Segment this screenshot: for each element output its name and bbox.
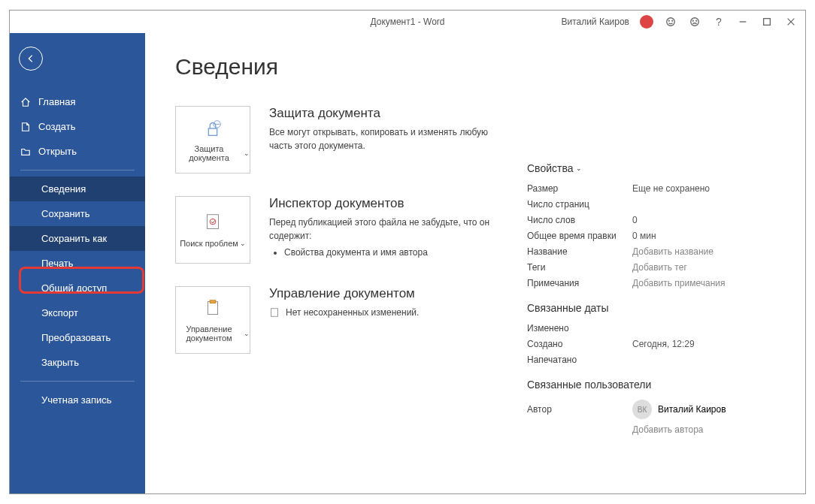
author-row[interactable]: ВК Виталий Каиров <box>632 400 726 419</box>
titlebar: Документ1 - Word Виталий Каиров ? <box>10 11 805 33</box>
svg-point-4 <box>692 20 693 21</box>
svg-point-1 <box>668 20 669 21</box>
nav-new-label: Создать <box>38 121 75 132</box>
prop-modified-label: Изменено <box>527 323 632 333</box>
manage-item-text: Нет несохраненных изменений. <box>286 307 419 318</box>
chevron-down-icon: ⌄ <box>240 240 246 247</box>
nav-new[interactable]: Создать <box>10 114 145 139</box>
nav-print[interactable]: Печать <box>10 251 145 276</box>
backstage-sidebar: Главная Создать Открыть Сведения Сохрани… <box>10 33 145 493</box>
svg-point-3 <box>691 18 699 26</box>
manage-button-label: Управление документом <box>176 324 242 343</box>
maximize-icon[interactable] <box>760 15 774 29</box>
svg-rect-10 <box>208 128 217 135</box>
prop-pages-label: Число страниц <box>527 199 632 210</box>
user-name: Виталий Каиров <box>561 17 629 27</box>
people-heading: Связанные пользователи <box>527 379 768 391</box>
nav-home[interactable]: Главная <box>10 89 145 114</box>
inspect-desc: Перед публикацией этого файла не забудьт… <box>269 216 502 243</box>
svg-point-0 <box>667 18 675 26</box>
chevron-down-icon: ⌄ <box>244 149 250 157</box>
add-author-link[interactable]: Добавить автора <box>632 424 704 435</box>
properties-panel: Свойства ⌄ РазмерЕще не сохранено Число … <box>527 162 768 440</box>
nav-separator <box>20 170 135 171</box>
protect-heading: Защита документа <box>269 106 775 121</box>
prop-author-label: Автор <box>527 404 632 415</box>
nav-account-label: Учетная запись <box>41 394 112 406</box>
check-issues-button[interactable]: Поиск проблем ⌄ <box>175 196 250 264</box>
svg-rect-15 <box>208 302 217 315</box>
help-icon[interactable]: ? <box>712 15 726 29</box>
prop-size-label: Размер <box>527 183 632 194</box>
nav-close-label: Закрыть <box>41 357 79 368</box>
nav-info[interactable]: Сведения <box>10 177 145 201</box>
prop-edit-time-label: Общее время правки <box>527 231 632 241</box>
prop-title-value[interactable]: Добавить название <box>632 246 714 257</box>
protect-desc: Все могут открывать, копировать и изменя… <box>269 125 502 152</box>
nav-transform[interactable]: Преобразовать <box>10 325 145 350</box>
prop-comments-label: Примечания <box>527 278 632 288</box>
nav-save-as[interactable]: Сохранить как <box>10 226 145 251</box>
app-window: Документ1 - Word Виталий Каиров ? Главна… <box>9 10 806 494</box>
nav-account[interactable]: Учетная запись <box>10 388 145 412</box>
nav-share[interactable]: Общий доступ <box>10 276 145 300</box>
svg-rect-17 <box>271 309 278 317</box>
back-button[interactable] <box>19 47 43 71</box>
nav-save[interactable]: Сохранить <box>10 201 145 226</box>
feedback-happy-icon[interactable] <box>664 15 677 29</box>
svg-point-14 <box>210 219 216 225</box>
close-icon[interactable] <box>784 15 798 29</box>
nav-close[interactable]: Закрыть <box>10 350 145 375</box>
page-title: Сведения <box>175 54 775 80</box>
protect-document-button[interactable]: Защита документа ⌄ <box>175 106 250 174</box>
document-title: Документ1 - Word <box>370 17 444 27</box>
svg-point-5 <box>696 20 697 21</box>
nav-export-label: Экспорт <box>41 307 78 318</box>
svg-rect-13 <box>208 215 219 229</box>
svg-point-2 <box>672 20 673 21</box>
document-icon <box>269 307 280 318</box>
nav-share-label: Общий доступ <box>41 282 107 294</box>
titlebar-right: Виталий Каиров ? <box>561 11 798 33</box>
prop-title-label: Название <box>527 246 632 257</box>
check-issues-label: Поиск проблем <box>180 239 238 248</box>
main-area: Главная Создать Открыть Сведения Сохрани… <box>10 33 805 493</box>
chevron-down-icon: ⌄ <box>576 164 582 172</box>
svg-rect-7 <box>764 19 771 26</box>
prop-words-value: 0 <box>632 215 638 225</box>
nav-open[interactable]: Открыть <box>10 139 145 164</box>
dates-heading: Связанные даты <box>527 302 768 314</box>
prop-edit-time-value: 0 мин <box>632 231 656 241</box>
protect-button-label: Защита документа <box>176 144 242 162</box>
prop-words-label: Число слов <box>527 215 632 225</box>
prop-size-value: Еще не сохранено <box>632 183 710 194</box>
prop-tags-label: Теги <box>527 262 632 273</box>
manage-document-button[interactable]: Управление документом ⌄ <box>175 286 250 354</box>
nav-export[interactable]: Экспорт <box>10 300 145 325</box>
nav-info-label: Сведения <box>41 183 86 195</box>
nav-separator <box>20 381 135 382</box>
nav-save-as-label: Сохранить как <box>41 233 107 244</box>
properties-heading[interactable]: Свойства ⌄ <box>527 162 768 174</box>
svg-rect-16 <box>210 300 216 303</box>
feedback-sad-icon[interactable] <box>688 15 701 29</box>
nav-save-label: Сохранить <box>41 208 90 219</box>
prop-created-value: Сегодня, 12:29 <box>632 339 695 349</box>
nav-transform-label: Преобразовать <box>41 332 111 343</box>
nav-home-label: Главная <box>38 96 75 107</box>
user-avatar[interactable] <box>640 15 653 29</box>
author-name: Виталий Каиров <box>658 404 726 415</box>
nav-print-label: Печать <box>41 258 74 269</box>
prop-comments-value[interactable]: Добавить примечания <box>632 278 726 288</box>
prop-created-label: Создано <box>527 339 632 349</box>
chevron-down-icon: ⌄ <box>244 330 250 337</box>
nav-open-label: Открыть <box>38 146 77 157</box>
author-avatar: ВК <box>632 400 652 419</box>
minimize-icon[interactable] <box>736 15 750 29</box>
prop-printed-label: Напечатано <box>527 355 632 365</box>
prop-tags-value[interactable]: Добавить тег <box>632 262 687 273</box>
